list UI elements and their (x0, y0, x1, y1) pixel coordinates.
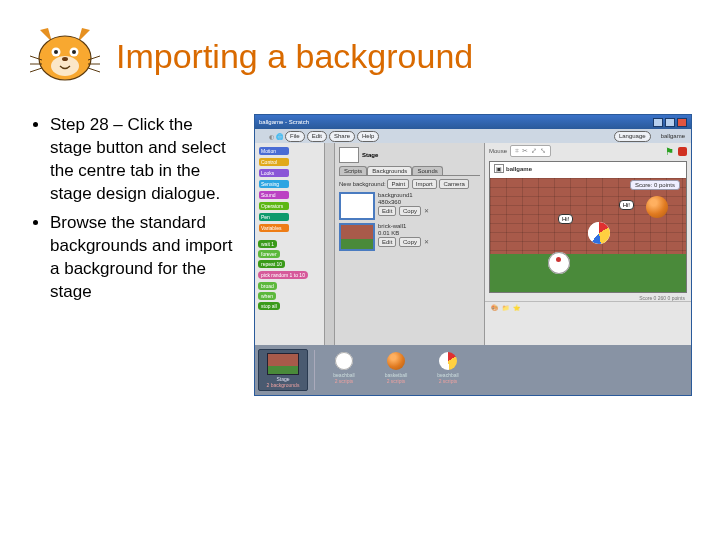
block-item[interactable]: broad (258, 282, 277, 290)
scratch-cat-icon (28, 24, 102, 90)
window-title: ballgame - Scratch (259, 119, 309, 125)
cat-control[interactable]: Control (259, 158, 289, 166)
block-item[interactable]: stop all (258, 302, 280, 310)
menu-edit[interactable]: Edit (307, 131, 327, 142)
block-item[interactable]: wait 1 (258, 240, 277, 248)
background-thumb[interactable] (339, 192, 375, 220)
soccer-sprite[interactable] (548, 252, 570, 274)
cut-icon[interactable]: ✂ (522, 147, 528, 155)
svg-point-3 (54, 50, 58, 54)
canvas-title: ballgame (506, 166, 532, 172)
selected-sprite-name: Stage (362, 152, 378, 158)
stage-pane: Mouse ⌗ ✂ ⤢ ⤡ ⚑ (485, 143, 691, 345)
bg-size: 0.01 KB (378, 230, 429, 236)
delete-bg-icon[interactable]: ✕ (424, 239, 429, 245)
cat-pen[interactable]: Pen (259, 213, 289, 221)
stop-icon[interactable] (678, 147, 687, 156)
menu-share[interactable]: Share (329, 131, 355, 142)
speech-bubble: Hi! (558, 214, 573, 224)
stage-canvas: ▣ ballgame Score: 0 points Hi! Hi! (489, 161, 687, 293)
bg-name: background1 (378, 192, 429, 198)
tab-sounds[interactable]: Sounds (412, 166, 442, 175)
edit-bg-button[interactable]: Edit (378, 206, 396, 216)
cat-motion[interactable]: Motion (259, 147, 289, 155)
scratch-app-screenshot: ballgame - Scratch ◐ 🌐 File Edit Share H… (254, 114, 692, 396)
svg-point-6 (62, 57, 68, 61)
block-item[interactable]: forever (258, 250, 280, 258)
block-random[interactable]: pick random 1 to 10 (258, 271, 308, 279)
bullet-item: Browse the standard backgrounds and impo… (50, 212, 236, 304)
bullet-item: Step 28 – Click the stage button and sel… (50, 114, 236, 206)
background-thumb[interactable] (339, 223, 375, 251)
speech-bubble: Hi! (619, 200, 634, 210)
green-flag-icon[interactable]: ⚑ (665, 146, 674, 157)
cat-operators[interactable]: Operators (259, 202, 289, 210)
stage-button[interactable]: Stage 2 backgrounds (258, 349, 308, 391)
close-icon[interactable] (677, 118, 687, 127)
scratch-logo-icon: ◐ (269, 133, 274, 140)
sprite-tile[interactable]: basketball 2 scripts (373, 350, 419, 390)
tab-backgrounds[interactable]: Backgrounds (367, 166, 412, 175)
stamp-icon[interactable]: ⌗ (515, 147, 519, 155)
block-item[interactable]: when (258, 292, 276, 300)
cat-looks[interactable]: Looks (259, 169, 289, 177)
paint-button[interactable]: Paint (387, 179, 409, 189)
block-item[interactable]: repeat 10 (258, 260, 285, 268)
window-titlebar: ballgame - Scratch (255, 115, 691, 129)
copy-bg-button[interactable]: Copy (399, 237, 421, 247)
stage-design-dialog: Stage Scripts Backgrounds Sounds New bac… (335, 143, 485, 345)
copy-bg-button[interactable]: Copy (399, 206, 421, 216)
edit-bg-button[interactable]: Edit (378, 237, 396, 247)
menu-file[interactable]: File (285, 131, 305, 142)
menu-bar: ◐ 🌐 File Edit Share Help Language ballga… (255, 129, 691, 143)
stage-tools: ⌗ ✂ ⤢ ⤡ (510, 145, 551, 157)
cat-sensing[interactable]: Sensing (259, 180, 289, 188)
score-badge: Score: 0 points (630, 180, 680, 190)
svg-point-5 (72, 50, 76, 54)
beachball-sprite[interactable] (588, 222, 610, 244)
grow-icon[interactable]: ⤢ (531, 147, 537, 155)
cat-sound[interactable]: Sound (259, 191, 289, 199)
delete-bg-icon[interactable]: ✕ (424, 208, 429, 214)
bg-size: 480x360 (378, 199, 429, 205)
project-name: ballgame (661, 133, 685, 139)
stage-thumb-icon (339, 147, 359, 163)
camera-button[interactable]: Camera (439, 179, 468, 189)
bullet-list: Step 28 – Click the stage button and sel… (28, 114, 236, 310)
page-title: Importing a background (116, 38, 473, 75)
new-sprite-icon[interactable]: 📁 (502, 304, 509, 311)
presentation-icon[interactable]: ▣ (494, 164, 504, 173)
script-gutter (325, 143, 335, 345)
sprite-strip: Stage 2 backgrounds beachball 2 scripts … (255, 345, 691, 395)
surprise-sprite-icon[interactable]: ⭐ (513, 304, 520, 311)
cat-variables[interactable]: Variables (259, 224, 289, 232)
shrink-icon[interactable]: ⤡ (540, 147, 546, 155)
menu-help[interactable]: Help (357, 131, 379, 142)
sprite-tile[interactable]: beachball 2 scripts (425, 350, 471, 390)
minimize-icon[interactable] (653, 118, 663, 127)
block-palette: Motion Control Looks Sensing Sound Opera… (255, 143, 325, 345)
new-background-label: New background: (339, 181, 386, 187)
mouse-label: Mouse (489, 148, 507, 154)
basketball-sprite[interactable] (646, 196, 668, 218)
menu-language[interactable]: Language (614, 131, 651, 142)
bg-name: brick-wall1 (378, 223, 429, 229)
maximize-icon[interactable] (665, 118, 675, 127)
stage-sub: 2 backgrounds (267, 382, 300, 388)
import-button[interactable]: Import (412, 179, 437, 189)
tab-scripts[interactable]: Scripts (339, 166, 367, 175)
sprite-tile[interactable]: beachball 2 scripts (321, 350, 367, 390)
paint-tool-icon[interactable]: 🎨 (491, 304, 498, 311)
globe-icon[interactable]: 🌐 (276, 133, 283, 140)
